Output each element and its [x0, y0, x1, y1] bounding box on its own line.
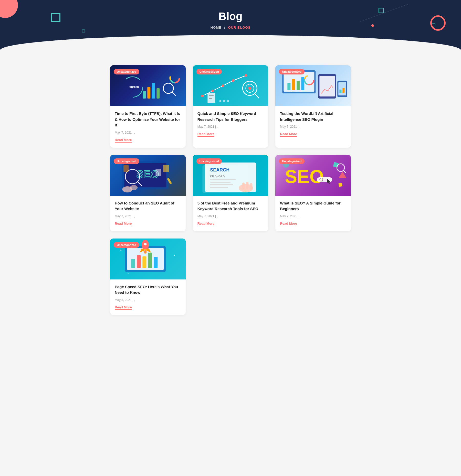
svg-text:✦: ✦ — [120, 248, 122, 252]
svg-rect-40 — [340, 90, 342, 93]
svg-text:✦: ✦ — [127, 273, 129, 275]
svg-point-11 — [201, 95, 204, 97]
category-badge-6: Uncategorized — [279, 158, 305, 164]
svg-line-75 — [344, 170, 346, 173]
svg-text:SEARCH: SEARCH — [210, 167, 229, 172]
blog-card-4: SEO Uncategorize — [110, 155, 186, 231]
svg-rect-20 — [207, 93, 215, 103]
read-more-link-5[interactable]: Read More — [197, 222, 214, 226]
read-more-link-4[interactable]: Read More — [115, 222, 132, 226]
svg-text:KEYWORD: KEYWORD — [210, 175, 225, 178]
svg-rect-79 — [137, 255, 141, 268]
card-title-5: 5 of the Best Free and Premium Keyword R… — [197, 200, 264, 212]
card-body-3: Testing the WordLift Artificial Intellig… — [275, 106, 351, 142]
main-content: 90/100 Uncategorized — [105, 50, 356, 330]
blog-card-3: Uncategorized Testing the WordLift Artif… — [275, 65, 351, 148]
card-image-wrap-2: Uncategorized — [193, 65, 268, 106]
card-meta-6: May 7, 2021 | , — [280, 214, 346, 218]
card-image-wrap-4: SEO Uncategorize — [110, 155, 186, 196]
svg-rect-48 — [163, 165, 169, 172]
category-badge-5: Uncategorized — [196, 158, 222, 164]
svg-rect-58 — [210, 182, 230, 183]
svg-rect-62 — [242, 182, 245, 190]
blog-card-5: SEARCH KEYWORD Uncategorized — [193, 155, 268, 231]
svg-point-26 — [227, 100, 229, 102]
card-meta-2: May 7, 2021 | , — [197, 125, 264, 128]
breadcrumb-current: OUR BLOGS — [228, 26, 251, 29]
svg-rect-64 — [250, 183, 252, 190]
card-body-7: Page Speed SEO: Here's What You Need to … — [110, 279, 186, 315]
card-body-4: How to Conduct an SEO Audit of Your Webs… — [110, 196, 186, 231]
svg-rect-82 — [154, 257, 158, 268]
read-more-link-6[interactable]: Read More — [280, 222, 297, 226]
read-more-link-7[interactable]: Read More — [115, 305, 132, 310]
card-image-wrap-1: 90/100 Uncategorized — [110, 65, 186, 106]
card-body-5: 5 of the Best Free and Premium Keyword R… — [193, 196, 268, 231]
svg-text:SEO: SEO — [285, 166, 324, 187]
svg-rect-73 — [339, 182, 343, 187]
card-meta-3: May 7, 2021 | , — [280, 125, 346, 128]
svg-point-52 — [130, 185, 138, 190]
svg-rect-39 — [339, 82, 346, 95]
card-meta-1: May 7, 2021 | , — [115, 131, 181, 134]
svg-rect-32 — [301, 77, 305, 90]
svg-point-86 — [144, 243, 146, 245]
svg-text:✦: ✦ — [173, 254, 175, 257]
svg-point-25 — [223, 100, 225, 102]
blog-card-7: ✦ ✦ ✦ Uncategorized Page Speed SEO: Here… — [110, 239, 186, 315]
svg-point-24 — [219, 100, 221, 102]
card-image-wrap-3: Uncategorized — [275, 65, 351, 106]
svg-rect-37 — [320, 76, 335, 96]
card-image-wrap-5: SEARCH KEYWORD Uncategorized — [193, 155, 268, 196]
card-body-6: What is SEO? A Simple Guide for Beginner… — [275, 196, 351, 231]
blog-grid-last-row: ✦ ✦ ✦ Uncategorized Page Speed SEO: Here… — [110, 239, 351, 315]
category-badge-3: Uncategorized — [279, 69, 305, 74]
read-more-link-1[interactable]: Read More — [115, 138, 132, 143]
svg-rect-5 — [156, 88, 160, 99]
category-badge-7: Uncategorized — [114, 242, 139, 248]
svg-text:90/100: 90/100 — [129, 85, 139, 89]
breadcrumb-home-link[interactable]: HOME — [211, 26, 222, 29]
card-image-wrap-7: ✦ ✦ ✦ Uncategorized — [110, 239, 186, 279]
card-meta-4: May 7, 2021 | , — [115, 214, 181, 218]
svg-rect-63 — [246, 182, 248, 189]
card-title-6: What is SEO? A Simple Guide for Beginner… — [280, 200, 346, 212]
svg-rect-41 — [343, 88, 345, 93]
svg-point-15 — [245, 74, 247, 77]
blog-card-6: SEO — [275, 155, 351, 231]
category-badge-2: Uncategorized — [196, 69, 222, 74]
svg-rect-2 — [143, 91, 146, 99]
svg-point-12 — [211, 90, 214, 92]
hero-section: Blog HOME / OUR BLOGS — [0, 0, 461, 50]
read-more-link-2[interactable]: Read More — [197, 132, 214, 137]
card-title-7: Page Speed SEO: Here's What You Need to … — [115, 284, 181, 296]
svg-point-14 — [232, 79, 234, 82]
card-body-2: Quick and Simple SEO Keyword Research Ti… — [193, 106, 268, 142]
blog-grid: 90/100 Uncategorized — [110, 65, 351, 231]
svg-rect-30 — [292, 79, 295, 90]
read-more-link-3[interactable]: Read More — [280, 132, 297, 137]
card-title-1: Time to First Byte (TTFB): What It Is & … — [115, 111, 181, 128]
card-title-2: Quick and Simple SEO Keyword Research Ti… — [197, 111, 264, 122]
svg-point-18 — [248, 87, 251, 90]
svg-point-13 — [222, 84, 224, 87]
breadcrumb: HOME / OUR BLOGS — [0, 26, 461, 29]
svg-rect-4 — [152, 83, 155, 99]
card-meta-5: May 7, 2021 | , — [197, 214, 264, 218]
card-body-1: Time to First Byte (TTFB): What It Is & … — [110, 106, 186, 148]
blog-card-2: Uncategorized Quick and Simple SEO Keywo… — [193, 65, 268, 148]
page-title: Blog — [0, 10, 461, 23]
svg-rect-47 — [155, 169, 161, 176]
card-meta-7: May 3, 2021 | , — [115, 298, 181, 302]
svg-rect-59 — [210, 184, 233, 185]
svg-rect-80 — [142, 256, 146, 268]
deco-square-dark2 — [82, 29, 85, 33]
svg-line-7 — [172, 92, 175, 95]
breadcrumb-separator: / — [224, 26, 225, 29]
svg-rect-66 — [317, 177, 332, 182]
svg-line-19 — [255, 93, 259, 98]
category-badge-4: Uncategorized — [114, 158, 139, 164]
card-title-3: Testing the WordLift Artificial Intellig… — [280, 111, 346, 122]
svg-rect-78 — [131, 259, 135, 268]
svg-point-88 — [144, 250, 146, 253]
